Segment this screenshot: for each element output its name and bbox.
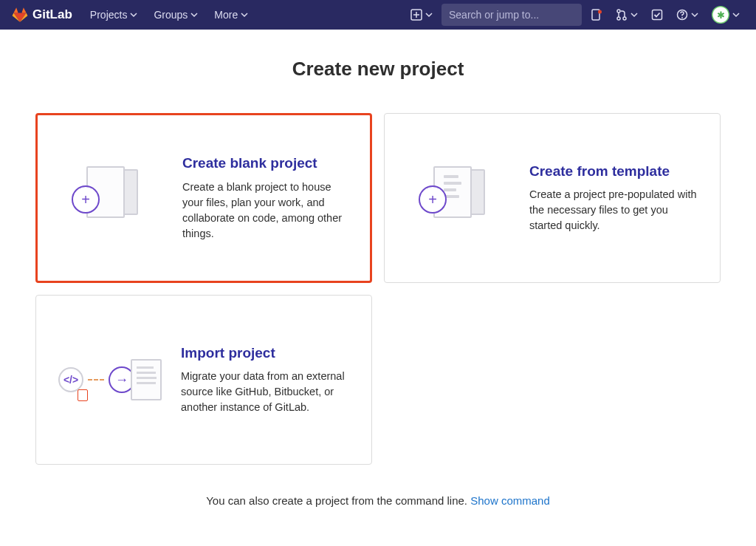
brand-home-link[interactable]: GitLab [12,7,72,23]
svg-point-9 [681,17,683,18]
show-command-link[interactable]: Show command [470,494,550,507]
blank-project-illustration: + [60,165,163,231]
nav-groups-label: Groups [154,9,188,21]
cli-hint: You can also create a project from the c… [35,494,721,507]
option-create-from-template[interactable]: + Create from template Create a project … [384,113,721,283]
svg-point-3 [598,10,602,14]
page-title: Create new project [35,58,721,81]
option-cards-grid: + Create blank project Create a blank pr… [35,113,721,465]
option-import-project[interactable]: </> → Import project Migrate your data f… [35,295,372,465]
todo-check-icon [651,9,663,21]
new-menu-button[interactable] [406,4,437,25]
merge-requests-button[interactable] [611,4,642,25]
gitlab-logo-icon [12,7,28,23]
chevron-down-icon [691,11,698,18]
code-icon: </> [58,367,83,392]
svg-rect-7 [653,10,662,20]
nav-projects[interactable]: Projects [83,4,145,25]
svg-point-5 [617,17,620,20]
issues-button[interactable] [586,4,607,25]
plus-square-icon [410,9,422,21]
user-avatar [712,6,729,24]
global-search[interactable] [441,4,582,26]
import-illustration: </> → [58,347,162,413]
user-menu-button[interactable] [707,4,744,25]
card-title: Import project [181,344,349,362]
brand-name: GitLab [32,7,72,22]
chevron-down-icon [630,11,638,18]
main-container: Create new project + Create blank projec… [24,30,732,536]
chevron-down-icon [190,11,198,18]
nav-right-group [406,4,744,26]
top-navbar: GitLab Projects Groups More [0,0,756,30]
card-title: Create from template [529,163,698,180]
chevron-down-icon [732,11,740,18]
chevron-down-icon [130,11,137,18]
merge-request-icon [616,9,628,21]
cli-hint-text: You can also create a project from the c… [206,494,470,507]
primary-nav: Projects Groups More [83,4,255,25]
svg-point-4 [617,10,620,13]
card-description: Create a project pre-populated with the … [529,187,698,233]
nav-projects-label: Projects [90,9,128,21]
chevron-down-icon [425,11,433,18]
todos-button[interactable] [647,4,667,25]
template-illustration: + [407,165,510,231]
help-icon [676,9,688,21]
issues-icon [591,9,602,21]
plus-circle-icon: + [72,185,100,214]
file-icon [78,389,88,401]
chevron-down-icon [241,11,248,18]
nav-groups[interactable]: Groups [146,4,205,25]
card-description: Migrate your data from an external sourc… [181,369,349,415]
plus-circle-icon: + [419,185,447,214]
card-title: Create blank project [182,154,348,172]
nav-more-label: More [214,9,238,21]
help-button[interactable] [672,4,703,25]
search-input[interactable] [449,9,578,21]
nav-more[interactable]: More [207,4,255,25]
option-create-blank-project[interactable]: + Create blank project Create a blank pr… [35,113,372,283]
svg-point-6 [623,17,626,20]
card-description: Create a blank project to house your fil… [182,180,348,242]
